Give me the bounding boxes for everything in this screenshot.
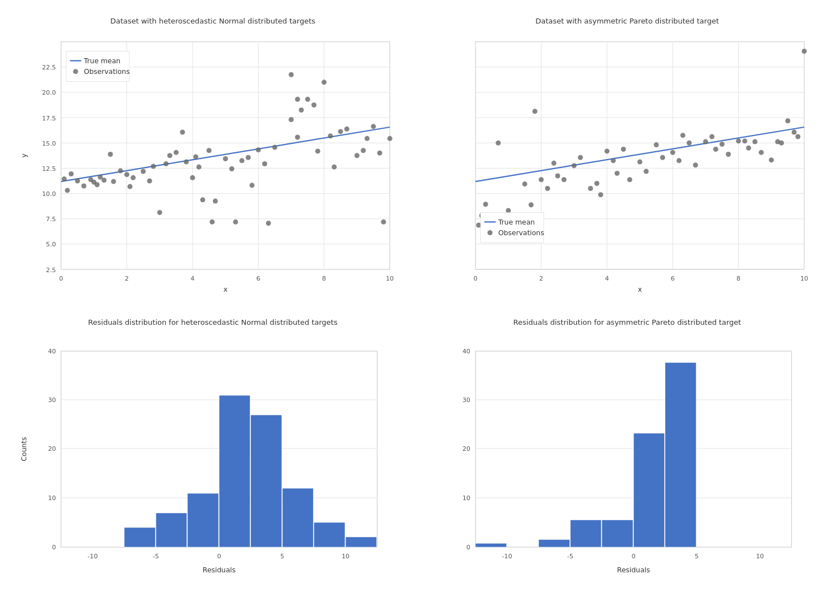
- obs-dot: [614, 171, 619, 176]
- obs-dot: [710, 134, 715, 139]
- obs-dot: [262, 161, 267, 166]
- obs-dot: [193, 155, 198, 160]
- bar: [156, 513, 186, 547]
- legend-observations: Observations: [84, 67, 130, 76]
- obs-dot: [572, 163, 577, 168]
- obs-dot: [213, 199, 218, 204]
- obs-dot: [381, 220, 386, 225]
- bar: [346, 537, 376, 547]
- x-tick: 0: [59, 275, 63, 282]
- y-tick: 2.5: [46, 267, 56, 274]
- obs-dot: [108, 152, 113, 157]
- bar: [124, 528, 155, 547]
- bar: [282, 488, 313, 547]
- obs-dot: [627, 177, 632, 182]
- x-tick: 10: [756, 553, 764, 560]
- y-tick: 7.5: [46, 216, 56, 223]
- chart-top-right-title: Dataset with asymmetric Pareto distribut…: [535, 17, 719, 25]
- y-tick: 0: [52, 544, 56, 552]
- obs-dot: [371, 124, 376, 129]
- obs-dot: [388, 136, 393, 141]
- y-tick: 30: [48, 397, 56, 404]
- obs-dot: [703, 139, 708, 144]
- x-tick: 6: [256, 275, 260, 282]
- scatter-plot-1: 2.5 5.0 7.5 10.0 12.5 15.0 17.5 20.0 22.…: [17, 28, 409, 296]
- y-tick: 17.5: [42, 115, 56, 122]
- chart-top-right: Dataset with asymmetric Pareto distribut…: [420, 11, 834, 312]
- obs-dot: [223, 156, 228, 161]
- y-tick: 20.0: [42, 89, 56, 96]
- y-tick: 5.0: [46, 241, 56, 248]
- obs-dot: [562, 177, 567, 182]
- obs-dot: [174, 150, 179, 155]
- obs-dot: [742, 138, 747, 143]
- obs-dot: [496, 141, 501, 146]
- chart-top-left: Dataset with heteroscedastic Normal dist…: [6, 11, 420, 312]
- obs-dot: [792, 130, 797, 135]
- obs-dot: [545, 186, 550, 191]
- chart-top-left-area: 2.5 5.0 7.5 10.0 12.5 15.0 17.5 20.0 22.…: [17, 28, 409, 296]
- obs-dot: [321, 80, 326, 85]
- obs-dot: [295, 97, 300, 102]
- bar: [633, 433, 664, 547]
- obs-dot: [197, 165, 202, 170]
- obs-dot: [680, 133, 685, 138]
- obs-dot: [746, 146, 751, 151]
- obs-dot: [209, 220, 214, 225]
- histogram-2: 0 10 20 30 40 Residuals: [431, 329, 823, 588]
- histogram-1: 0 10 20 30 40 Residuals Counts: [17, 329, 409, 588]
- obs-dot: [95, 182, 100, 187]
- obs-dot: [338, 129, 343, 134]
- x-tick: -10: [502, 553, 512, 560]
- x-tick: 5: [695, 553, 699, 560]
- obs-dot: [332, 165, 337, 170]
- obs-dot: [128, 184, 133, 189]
- x-axis-label: x: [223, 285, 227, 293]
- y-tick: 22.5: [42, 64, 56, 71]
- obs-dot: [555, 173, 560, 178]
- obs-dot: [124, 172, 129, 177]
- obs-dot: [759, 150, 764, 155]
- obs-dot: [552, 161, 557, 166]
- bar: [188, 493, 218, 547]
- x-tick: 4: [605, 275, 609, 282]
- bar: [570, 520, 601, 548]
- x-tick: 10: [342, 553, 349, 560]
- legend-observations: Observations: [498, 228, 544, 237]
- obs-dot: [604, 148, 609, 153]
- obs-dot: [164, 161, 169, 166]
- y-tick: 0: [466, 544, 470, 552]
- chart-bottom-right-area: 0 10 20 30 40 Residuals: [431, 329, 823, 588]
- obs-dot: [256, 147, 261, 152]
- scatter-plot-2: 0 2 4 6 8 10 x: [431, 28, 823, 296]
- chart-top-left-title: Dataset with heteroscedastic Normal dist…: [110, 17, 315, 25]
- obs-dot: [200, 197, 205, 202]
- x-tick: -5: [567, 553, 573, 560]
- obs-dot: [184, 160, 189, 165]
- legend-box: [66, 52, 129, 82]
- chart-bottom-left-title: Residuals distribution for heteroscedast…: [88, 318, 337, 326]
- chart-bottom-right-title: Residuals distribution for asymmetric Pa…: [514, 318, 741, 326]
- bar: [314, 522, 345, 547]
- main-container: Dataset with heteroscedastic Normal dist…: [0, 0, 840, 616]
- obs-dot: [802, 49, 807, 54]
- obs-dot: [101, 178, 106, 183]
- obs-dot: [328, 133, 333, 138]
- obs-dot: [249, 183, 254, 188]
- x-tick: 8: [736, 275, 740, 282]
- obs-dot: [141, 169, 146, 174]
- obs-dot: [529, 202, 534, 207]
- obs-dot: [62, 176, 67, 181]
- obs-dot: [233, 220, 238, 225]
- x-tick: 6: [671, 275, 675, 282]
- legend-box: [480, 212, 544, 242]
- y-tick: 10.0: [42, 190, 56, 198]
- legend-dot: [73, 69, 78, 74]
- obs-dot: [207, 148, 212, 153]
- obs-dot: [354, 153, 360, 158]
- y-tick: 20: [48, 446, 56, 453]
- obs-dot: [75, 178, 80, 183]
- obs-dot: [377, 151, 382, 156]
- obs-dot: [588, 186, 593, 191]
- y-tick: 30: [463, 397, 470, 404]
